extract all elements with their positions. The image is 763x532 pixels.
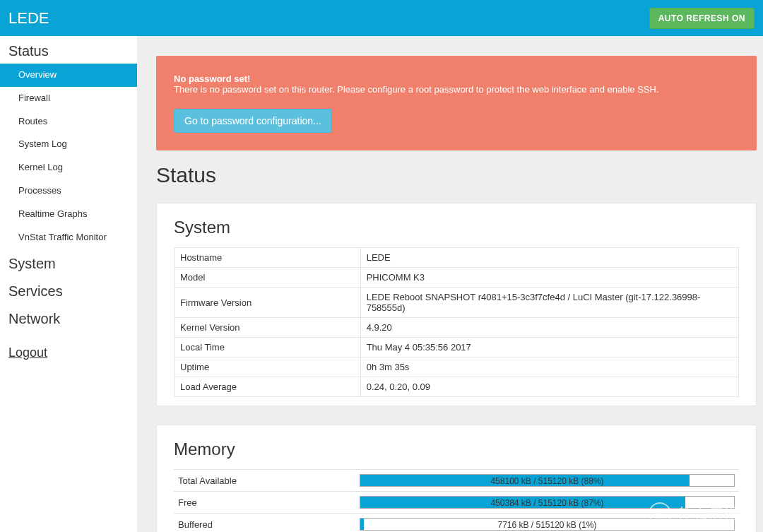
no-password-alert: No password set! There is no password se… xyxy=(156,56,757,150)
table-row: ModelPHICOMM K3 xyxy=(175,268,739,288)
memory-bar: 7716 kB / 515120 kB (1%) xyxy=(360,518,735,531)
topbar: LEDE AUTO REFRESH ON xyxy=(0,0,763,36)
table-key: Kernel Version xyxy=(175,318,361,338)
memory-label: Total Available xyxy=(174,475,360,486)
memory-text: 450384 kB / 515120 kB (87%) xyxy=(360,497,734,509)
memory-label: Free xyxy=(174,497,360,508)
table-value: PHICOMM K3 xyxy=(360,268,738,288)
brand-logo: LEDE xyxy=(8,9,49,28)
main-content: No password set! There is no password se… xyxy=(138,36,763,532)
memory-text: 458100 kB / 515120 kB (88%) xyxy=(360,475,734,487)
password-config-button[interactable]: Go to password configuration... xyxy=(174,109,332,133)
memory-row: Buffered7716 kB / 515120 kB (1%) xyxy=(174,513,739,532)
sidebar-item-overview[interactable]: Overview xyxy=(0,64,137,87)
memory-panel-heading: Memory xyxy=(174,439,739,459)
table-value: 0h 3m 35s xyxy=(360,357,738,377)
memory-panel: Memory Total Available458100 kB / 515120… xyxy=(156,425,757,532)
alert-body: There is no password set on this router.… xyxy=(174,84,739,95)
sidebar-heading-services[interactable]: Services xyxy=(0,276,137,304)
table-value: Thu May 4 05:35:56 2017 xyxy=(360,338,738,357)
table-key: Model xyxy=(175,268,361,288)
table-key: Firmware Version xyxy=(175,288,361,318)
auto-refresh-button[interactable]: AUTO REFRESH ON xyxy=(649,8,755,29)
sidebar-heading-system[interactable]: System xyxy=(0,249,137,276)
memory-bar: 458100 kB / 515120 kB (88%) xyxy=(360,474,735,487)
sidebar-heading-status[interactable]: Status xyxy=(0,36,137,64)
table-value: LEDE xyxy=(360,248,738,268)
table-value: 4.9.20 xyxy=(360,318,738,338)
sidebar-item-firewall[interactable]: Firewall xyxy=(0,87,137,110)
system-table: HostnameLEDEModelPHICOMM K3Firmware Vers… xyxy=(174,247,739,397)
table-row: Load Average0.24, 0.20, 0.09 xyxy=(175,377,739,397)
sidebar-item-routes[interactable]: Routes xyxy=(0,110,137,134)
sidebar-item-kernel-log[interactable]: Kernel Log xyxy=(0,156,137,179)
table-key: Local Time xyxy=(175,338,361,357)
table-row: Uptime0h 3m 35s xyxy=(175,357,739,377)
memory-label: Buffered xyxy=(174,519,360,530)
memory-text: 7716 kB / 515120 kB (1%) xyxy=(360,519,734,531)
table-value: 0.24, 0.20, 0.09 xyxy=(360,377,738,397)
memory-bar: 450384 kB / 515120 kB (87%) xyxy=(360,496,735,509)
table-row: Kernel Version4.9.20 xyxy=(175,318,739,338)
sidebar-item-realtime-graphs[interactable]: Realtime Graphs xyxy=(0,203,137,226)
sidebar-item-system-log[interactable]: System Log xyxy=(0,133,137,156)
system-panel-heading: System xyxy=(174,218,739,237)
page-title: Status xyxy=(156,163,757,187)
memory-row: Total Available458100 kB / 515120 kB (88… xyxy=(174,469,739,491)
table-row: HostnameLEDE xyxy=(175,248,739,268)
table-key: Uptime xyxy=(175,357,361,377)
sidebar-item-vnstat-traffic-monitor[interactable]: VnStat Traffic Monitor xyxy=(0,226,137,249)
sidebar: Status OverviewFirewallRoutesSystem LogK… xyxy=(0,36,138,532)
table-key: Load Average xyxy=(175,377,361,397)
table-key: Hostname xyxy=(175,248,361,268)
logout-link[interactable]: Logout xyxy=(0,331,137,365)
sidebar-item-processes[interactable]: Processes xyxy=(0,179,137,203)
system-panel: System HostnameLEDEModelPHICOMM K3Firmwa… xyxy=(156,203,757,406)
table-row: Local TimeThu May 4 05:35:56 2017 xyxy=(175,338,739,357)
alert-title: No password set! xyxy=(174,73,739,84)
table-row: Firmware VersionLEDE Reboot SNAPSHOT r40… xyxy=(175,288,739,318)
memory-row: Free450384 kB / 515120 kB (87%) xyxy=(174,491,739,513)
table-value: LEDE Reboot SNAPSHOT r4081+15-3c3f7cfe4d… xyxy=(360,288,738,318)
sidebar-heading-network[interactable]: Network xyxy=(0,304,137,331)
